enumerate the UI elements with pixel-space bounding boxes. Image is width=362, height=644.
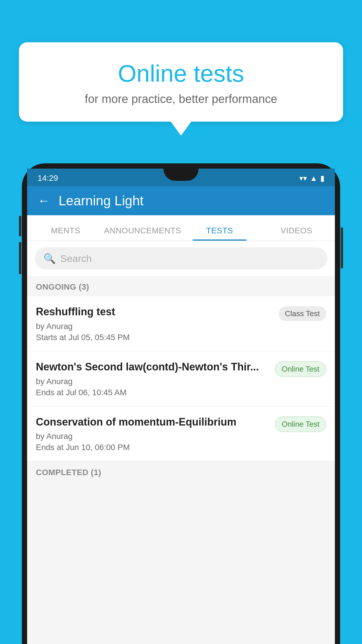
test-title-1: Reshuffling test	[36, 305, 273, 319]
test-time-1: Starts at Jul 05, 05:45 PM	[36, 333, 273, 342]
search-bar[interactable]: 🔍 Search	[35, 247, 327, 270]
status-time: 14:29	[38, 174, 58, 183]
test-time-3: Ends at Jun 10, 06:00 PM	[36, 443, 269, 452]
phone-outer: 14:29 ▾▾ ▲ ▮ ← Learning Light MENTS ANNO…	[22, 163, 340, 644]
search-placeholder: Search	[60, 253, 92, 264]
phone-mockup: 14:29 ▾▾ ▲ ▮ ← Learning Light MENTS ANNO…	[22, 163, 340, 644]
signal-icon: ▲	[310, 174, 317, 183]
speech-bubble-subtitle: for more practice, better performance	[42, 92, 320, 106]
test-info-2: Newton's Second law(contd)-Newton's Thir…	[36, 360, 269, 397]
test-badge-1: Class Test	[279, 306, 326, 321]
test-time-2: Ends at Jul 06, 10:45 AM	[36, 388, 269, 397]
battery-icon: ▮	[320, 174, 324, 183]
test-item-conservation[interactable]: Conservation of momentum-Equilibrium by …	[27, 407, 335, 461]
test-info-1: Reshuffling test by Anurag Starts at Jul…	[36, 305, 273, 342]
test-title-3: Conservation of momentum-Equilibrium	[36, 415, 269, 429]
test-item-newton[interactable]: Newton's Second law(contd)-Newton's Thir…	[27, 351, 335, 406]
speech-bubble-container: Online tests for more practice, better p…	[19, 42, 343, 122]
tab-bar: MENTS ANNOUNCEMENTS TESTS VIDEOS	[27, 215, 335, 241]
app-header: ← Learning Light	[27, 186, 335, 215]
ongoing-section-header: ONGOING (3)	[27, 276, 335, 296]
speech-bubble-title: Online tests	[42, 60, 320, 87]
test-badge-2: Online Test	[275, 361, 326, 377]
completed-section-header: COMPLETED (1)	[27, 461, 335, 482]
tab-announcements[interactable]: ANNOUNCEMENTS	[104, 226, 181, 241]
test-author-1: by Anurag	[36, 322, 273, 331]
wifi-icon: ▾▾	[299, 174, 307, 183]
phone-screen: 14:29 ▾▾ ▲ ▮ ← Learning Light MENTS ANNO…	[27, 169, 335, 644]
test-badge-3: Online Test	[275, 416, 326, 432]
tab-videos[interactable]: VIDEOS	[258, 226, 335, 241]
test-info-3: Conservation of momentum-Equilibrium by …	[36, 415, 269, 452]
phone-button-volume-up	[19, 216, 21, 236]
search-icon: 🔍	[43, 253, 56, 264]
test-author-2: by Anurag	[36, 377, 269, 386]
search-container: 🔍 Search	[27, 241, 335, 276]
speech-bubble: Online tests for more practice, better p…	[19, 42, 343, 122]
test-author-3: by Anurag	[36, 432, 269, 441]
phone-button-volume-down	[19, 242, 21, 274]
phone-button-power	[341, 228, 343, 268]
app-title: Learning Light	[59, 193, 144, 209]
test-title-2: Newton's Second law(contd)-Newton's Thir…	[36, 360, 269, 374]
tab-ments[interactable]: MENTS	[27, 226, 104, 241]
back-button[interactable]: ←	[38, 194, 50, 208]
status-icons: ▾▾ ▲ ▮	[299, 174, 324, 183]
phone-content: 🔍 Search ONGOING (3) Reshuffling test by…	[27, 241, 335, 644]
test-item-reshuffling[interactable]: Reshuffling test by Anurag Starts at Jul…	[27, 296, 335, 351]
tab-tests[interactable]: TESTS	[181, 226, 258, 241]
